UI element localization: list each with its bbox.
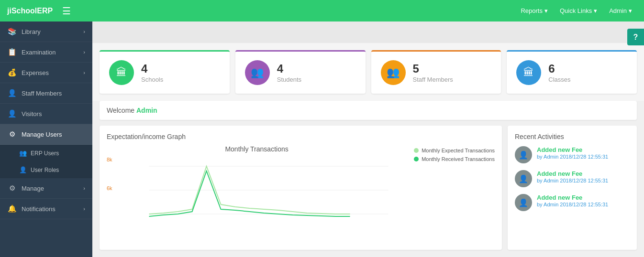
visitors-icon: 👤: [7, 109, 17, 118]
main-content: 🏛 4 Schools 👥 4 Students 👥 5 Staff Membe…: [92, 21, 644, 257]
chart-main-title: Monthly Transactions: [107, 145, 407, 153]
admin-arrow: ▾: [629, 7, 632, 14]
graph-title: Expectation/income Graph: [107, 133, 495, 140]
activity-timestamp-1: 2018/12/28 12:55:31: [560, 178, 608, 183]
students-number: 4: [277, 62, 301, 76]
activity-text-0: Added new Fee by Admin 2018/12/28 12:55:…: [537, 146, 608, 160]
activity-by-0: by Admin: [537, 154, 560, 160]
legend-dot-expected: [414, 148, 419, 153]
reports-arrow: ▾: [544, 7, 548, 14]
schools-info: 4 Schools: [141, 62, 163, 83]
sidebar-item-manage[interactable]: ⚙ Manage ›: [0, 178, 92, 199]
content-row: Expectation/income Graph Monthly Transac…: [92, 126, 644, 257]
chevron-icon: ›: [83, 206, 85, 212]
graph-inner: Monthly Transactions 8k 6k: [107, 145, 495, 235]
sidebar-item-label: Notifications: [22, 205, 83, 213]
stat-card-schools: 🏛 4 Schools: [100, 50, 230, 94]
staff-number: 5: [413, 62, 453, 76]
staff-info: 5 Staff Members: [413, 62, 453, 83]
activity-meta-1: by Admin 2018/12/28 12:55:31: [537, 178, 608, 183]
header-nav: Reports ▾ Quick Links ▾ Admin ▾: [516, 5, 637, 17]
header: jiSchoolERP ☰ Reports ▾ Quick Links ▾ Ad…: [0, 0, 644, 21]
activity-text-2: Added new Fee by Admin 2018/12/28 12:55:…: [537, 194, 608, 207]
chevron-icon: ›: [83, 49, 85, 55]
welcome-bar: Welcome Admin: [100, 101, 637, 120]
sidebar-subitem-user-roles[interactable]: 👤 User Roles: [0, 161, 92, 178]
sidebar-item-label: Staff Members: [22, 90, 85, 97]
quick-links-nav[interactable]: Quick Links ▾: [555, 5, 602, 17]
manage-icon: ⚙: [7, 184, 17, 193]
sidebar-item-label: Examination: [22, 49, 83, 56]
classes-label: Classes: [548, 76, 570, 83]
expenses-icon: 💰: [7, 68, 17, 77]
welcome-name: Admin: [136, 107, 157, 114]
chart-legend: Monthly Expected Transactions Monthly Re…: [414, 148, 495, 162]
reports-nav[interactable]: Reports ▾: [516, 5, 553, 17]
y-label-6k: 6k: [107, 185, 112, 191]
sidebar-item-staff-members[interactable]: 👤 Staff Members: [0, 83, 92, 104]
chevron-icon: ›: [83, 185, 85, 191]
stat-card-classes: 🏛 6 Classes: [507, 50, 637, 94]
stats-row: 🏛 4 Schools 👥 4 Students 👥 5 Staff Membe…: [92, 43, 644, 101]
students-icon: 👥: [245, 60, 270, 85]
activity-action-2: Added new Fee: [537, 194, 608, 201]
schools-number: 4: [141, 62, 163, 76]
admin-label: Admin: [609, 7, 627, 14]
schools-label: Schools: [141, 76, 163, 83]
chevron-icon: ›: [83, 70, 85, 75]
user-roles-icon: 👤: [19, 166, 27, 173]
graph-card: Expectation/income Graph Monthly Transac…: [100, 126, 502, 250]
sidebar-subitem-erp-users[interactable]: 👥 ERP Users: [0, 145, 92, 161]
sidebar-item-label: Manage Users: [22, 131, 85, 138]
activity-action-1: Added new Fee: [537, 170, 608, 177]
library-icon: 📚: [7, 27, 17, 36]
activities-card: Recent Activities 👤 Added new Fee by Adm…: [508, 126, 637, 250]
sidebar-item-library[interactable]: 📚 Library ›: [0, 21, 92, 42]
activity-action-0: Added new Fee: [537, 146, 608, 153]
sidebar: 📚 Library › 📋 Examination › 💰 Expenses ›…: [0, 21, 92, 257]
erp-users-icon: 👥: [19, 150, 27, 157]
activity-item-1: 👤 Added new Fee by Admin 2018/12/28 12:5…: [515, 170, 630, 187]
layout: 📚 Library › 📋 Examination › 💰 Expenses ›…: [0, 21, 644, 257]
legend-label-expected: Monthly Expected Transactions: [422, 148, 495, 153]
activity-by-2: by Admin: [537, 202, 560, 207]
sidebar-item-expenses[interactable]: 💰 Expenses ›: [0, 63, 92, 83]
reports-label: Reports: [521, 7, 543, 14]
main-topbar: [92, 21, 644, 43]
activity-avatar-0: 👤: [515, 146, 532, 163]
sidebar-item-visitors[interactable]: 👤 Visitors: [0, 104, 92, 124]
app-logo: jiSchoolERP: [7, 7, 53, 15]
classes-number: 6: [548, 62, 570, 76]
manage-users-icon: ⚙: [7, 130, 17, 139]
chevron-icon: ›: [83, 29, 85, 34]
notifications-icon: 🔔: [7, 204, 17, 213]
hamburger-icon[interactable]: ☰: [62, 5, 71, 17]
sidebar-item-label: Expenses: [22, 69, 83, 76]
activities-title: Recent Activities: [515, 133, 630, 140]
chart-area: Monthly Transactions 8k 6k: [107, 145, 407, 235]
help-button[interactable]: ?: [627, 29, 644, 45]
activity-avatar-2: 👤: [515, 194, 532, 211]
sidebar-item-notifications[interactable]: 🔔 Notifications ›: [0, 199, 92, 219]
activity-text-1: Added new Fee by Admin 2018/12/28 12:55:…: [537, 170, 608, 183]
activity-item-0: 👤 Added new Fee by Admin 2018/12/28 12:5…: [515, 146, 630, 163]
stat-card-staff: 👥 5 Staff Members: [371, 50, 501, 94]
activity-meta-0: by Admin 2018/12/28 12:55:31: [537, 154, 608, 160]
activity-timestamp-2: 2018/12/28 12:55:31: [560, 202, 608, 207]
sidebar-item-examination[interactable]: 📋 Examination ›: [0, 42, 92, 63]
y-label-8k: 8k: [107, 157, 112, 162]
staff-members-icon: 👥: [381, 60, 406, 85]
sidebar-item-manage-users[interactable]: ⚙ Manage Users: [0, 124, 92, 145]
stat-card-students: 👥 4 Students: [235, 50, 366, 94]
admin-nav[interactable]: Admin ▾: [604, 5, 637, 17]
activity-avatar-1: 👤: [515, 170, 532, 187]
students-label: Students: [277, 76, 301, 83]
students-info: 4 Students: [277, 62, 301, 83]
staff-icon: 👤: [7, 89, 17, 97]
activity-meta-2: by Admin 2018/12/28 12:55:31: [537, 202, 608, 207]
staff-label: Staff Members: [413, 76, 453, 83]
legend-label-received: Monthly Received Transactions: [422, 156, 495, 162]
sidebar-item-label: Manage: [22, 185, 83, 192]
activity-timestamp-0: 2018/12/28 12:55:31: [560, 154, 608, 160]
legend-item-received: Monthly Received Transactions: [414, 156, 495, 162]
